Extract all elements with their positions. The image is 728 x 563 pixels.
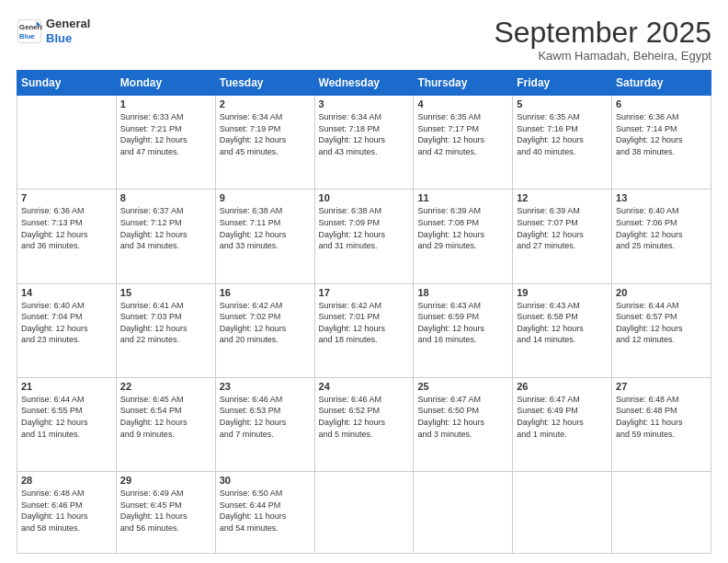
calendar-header: SundayMondayTuesdayWednesdayThursdayFrid… xyxy=(17,71,711,96)
cell-info: Sunrise: 6:44 AM Sunset: 6:55 PM Dayligh… xyxy=(21,394,112,440)
cell-info: Sunrise: 6:43 AM Sunset: 6:58 PM Dayligh… xyxy=(517,300,608,346)
day-number: 2 xyxy=(220,98,311,109)
cell-info: Sunrise: 6:42 AM Sunset: 7:01 PM Dayligh… xyxy=(319,300,410,346)
cell-info: Sunrise: 6:48 AM Sunset: 6:48 PM Dayligh… xyxy=(616,394,707,440)
calendar-cell: 28Sunrise: 6:48 AM Sunset: 6:46 PM Dayli… xyxy=(17,472,117,554)
header-row: SundayMondayTuesdayWednesdayThursdayFrid… xyxy=(17,71,711,96)
week-row-2: 14Sunrise: 6:40 AM Sunset: 7:04 PM Dayli… xyxy=(17,283,711,377)
calendar-cell: 24Sunrise: 6:46 AM Sunset: 6:52 PM Dayli… xyxy=(314,377,414,471)
header-cell-friday: Friday xyxy=(513,71,612,96)
title-block: September 2025 Kawm Hamadah, Beheira, Eg… xyxy=(494,17,711,63)
cell-info: Sunrise: 6:39 AM Sunset: 7:07 PM Dayligh… xyxy=(517,205,608,251)
calendar-cell: 16Sunrise: 6:42 AM Sunset: 7:02 PM Dayli… xyxy=(215,283,314,377)
day-number: 19 xyxy=(517,287,608,298)
cell-info: Sunrise: 6:44 AM Sunset: 6:57 PM Dayligh… xyxy=(616,300,707,346)
day-number: 10 xyxy=(319,192,410,203)
day-number: 21 xyxy=(21,381,112,392)
calendar-cell: 2Sunrise: 6:34 AM Sunset: 7:19 PM Daylig… xyxy=(215,96,314,190)
week-row-0: 1Sunrise: 6:33 AM Sunset: 7:21 PM Daylig… xyxy=(17,96,711,190)
calendar-cell: 3Sunrise: 6:34 AM Sunset: 7:18 PM Daylig… xyxy=(314,96,414,190)
calendar-cell: 8Sunrise: 6:37 AM Sunset: 7:12 PM Daylig… xyxy=(116,190,215,283)
day-number: 3 xyxy=(319,98,410,109)
calendar-cell xyxy=(414,472,513,554)
cell-info: Sunrise: 6:47 AM Sunset: 6:50 PM Dayligh… xyxy=(417,394,508,440)
calendar-cell: 11Sunrise: 6:39 AM Sunset: 7:08 PM Dayli… xyxy=(414,190,513,283)
calendar-table: SundayMondayTuesdayWednesdayThursdayFrid… xyxy=(17,70,711,554)
calendar-body: 1Sunrise: 6:33 AM Sunset: 7:21 PM Daylig… xyxy=(17,96,711,554)
cell-info: Sunrise: 6:47 AM Sunset: 6:49 PM Dayligh… xyxy=(517,394,608,440)
day-number: 7 xyxy=(21,192,112,203)
calendar-cell: 12Sunrise: 6:39 AM Sunset: 7:07 PM Dayli… xyxy=(513,190,612,283)
calendar-cell: 5Sunrise: 6:35 AM Sunset: 7:16 PM Daylig… xyxy=(513,96,612,190)
cell-info: Sunrise: 6:35 AM Sunset: 7:17 PM Dayligh… xyxy=(417,111,508,157)
week-row-4: 28Sunrise: 6:48 AM Sunset: 6:46 PM Dayli… xyxy=(17,472,711,554)
svg-text:Blue: Blue xyxy=(19,31,36,40)
day-number: 28 xyxy=(21,475,112,486)
cell-info: Sunrise: 6:49 AM Sunset: 6:45 PM Dayligh… xyxy=(120,488,211,534)
calendar-cell: 26Sunrise: 6:47 AM Sunset: 6:49 PM Dayli… xyxy=(513,377,612,471)
calendar-cell xyxy=(513,472,612,554)
cell-info: Sunrise: 6:41 AM Sunset: 7:03 PM Dayligh… xyxy=(120,300,211,346)
page: General Blue General Blue September 2025… xyxy=(0,0,728,563)
header-cell-thursday: Thursday xyxy=(414,71,513,96)
cell-info: Sunrise: 6:38 AM Sunset: 7:09 PM Dayligh… xyxy=(319,205,410,251)
cell-info: Sunrise: 6:46 AM Sunset: 6:52 PM Dayligh… xyxy=(319,394,410,440)
calendar-cell: 10Sunrise: 6:38 AM Sunset: 7:09 PM Dayli… xyxy=(314,190,414,283)
day-number: 6 xyxy=(616,98,707,109)
logo-line1: General xyxy=(46,17,90,31)
logo-line2: Blue xyxy=(46,31,90,46)
day-number: 16 xyxy=(220,287,311,298)
day-number: 27 xyxy=(616,381,707,392)
calendar-cell: 7Sunrise: 6:36 AM Sunset: 7:13 PM Daylig… xyxy=(17,190,117,283)
cell-info: Sunrise: 6:35 AM Sunset: 7:16 PM Dayligh… xyxy=(517,111,608,157)
day-number: 1 xyxy=(120,98,211,109)
calendar-cell: 17Sunrise: 6:42 AM Sunset: 7:01 PM Dayli… xyxy=(314,283,414,377)
calendar-cell: 29Sunrise: 6:49 AM Sunset: 6:45 PM Dayli… xyxy=(116,472,215,554)
calendar-cell xyxy=(612,472,711,554)
cell-info: Sunrise: 6:37 AM Sunset: 7:12 PM Dayligh… xyxy=(120,205,211,251)
header: General Blue General Blue September 2025… xyxy=(17,17,711,63)
calendar-cell: 22Sunrise: 6:45 AM Sunset: 6:54 PM Dayli… xyxy=(116,377,215,471)
header-cell-monday: Monday xyxy=(116,71,215,96)
day-number: 11 xyxy=(417,192,508,203)
cell-info: Sunrise: 6:33 AM Sunset: 7:21 PM Dayligh… xyxy=(120,111,211,157)
cell-info: Sunrise: 6:39 AM Sunset: 7:08 PM Dayligh… xyxy=(417,205,508,251)
day-number: 13 xyxy=(616,192,707,203)
week-row-3: 21Sunrise: 6:44 AM Sunset: 6:55 PM Dayli… xyxy=(17,377,711,471)
day-number: 8 xyxy=(120,192,211,203)
calendar-cell: 14Sunrise: 6:40 AM Sunset: 7:04 PM Dayli… xyxy=(17,283,117,377)
calendar-cell: 9Sunrise: 6:38 AM Sunset: 7:11 PM Daylig… xyxy=(215,190,314,283)
day-number: 23 xyxy=(220,381,311,392)
calendar-cell: 21Sunrise: 6:44 AM Sunset: 6:55 PM Dayli… xyxy=(17,377,117,471)
calendar-cell: 4Sunrise: 6:35 AM Sunset: 7:17 PM Daylig… xyxy=(414,96,513,190)
header-cell-saturday: Saturday xyxy=(612,71,711,96)
logo: General Blue General Blue xyxy=(17,17,90,45)
day-number: 20 xyxy=(616,287,707,298)
calendar-cell xyxy=(314,472,414,554)
calendar-cell: 20Sunrise: 6:44 AM Sunset: 6:57 PM Dayli… xyxy=(612,283,711,377)
day-number: 29 xyxy=(120,475,211,486)
cell-info: Sunrise: 6:38 AM Sunset: 7:11 PM Dayligh… xyxy=(220,205,311,251)
day-number: 14 xyxy=(21,287,112,298)
logo-icon: General Blue xyxy=(17,18,42,44)
calendar-title: September 2025 xyxy=(494,17,711,49)
cell-info: Sunrise: 6:40 AM Sunset: 7:04 PM Dayligh… xyxy=(21,300,112,346)
cell-info: Sunrise: 6:40 AM Sunset: 7:06 PM Dayligh… xyxy=(616,205,707,251)
calendar-cell: 13Sunrise: 6:40 AM Sunset: 7:06 PM Dayli… xyxy=(612,190,711,283)
calendar-cell: 6Sunrise: 6:36 AM Sunset: 7:14 PM Daylig… xyxy=(612,96,711,190)
calendar-subtitle: Kawm Hamadah, Beheira, Egypt xyxy=(494,49,711,63)
calendar-cell: 1Sunrise: 6:33 AM Sunset: 7:21 PM Daylig… xyxy=(116,96,215,190)
day-number: 22 xyxy=(120,381,211,392)
day-number: 9 xyxy=(220,192,311,203)
day-number: 26 xyxy=(517,381,608,392)
cell-info: Sunrise: 6:34 AM Sunset: 7:19 PM Dayligh… xyxy=(220,111,311,157)
cell-info: Sunrise: 6:45 AM Sunset: 6:54 PM Dayligh… xyxy=(120,394,211,440)
calendar-cell: 30Sunrise: 6:50 AM Sunset: 6:44 PM Dayli… xyxy=(215,472,314,554)
calendar-cell: 19Sunrise: 6:43 AM Sunset: 6:58 PM Dayli… xyxy=(513,283,612,377)
day-number: 30 xyxy=(220,475,311,486)
day-number: 25 xyxy=(417,381,508,392)
calendar-cell: 25Sunrise: 6:47 AM Sunset: 6:50 PM Dayli… xyxy=(414,377,513,471)
week-row-1: 7Sunrise: 6:36 AM Sunset: 7:13 PM Daylig… xyxy=(17,190,711,283)
cell-info: Sunrise: 6:50 AM Sunset: 6:44 PM Dayligh… xyxy=(220,488,311,534)
header-cell-wednesday: Wednesday xyxy=(314,71,414,96)
